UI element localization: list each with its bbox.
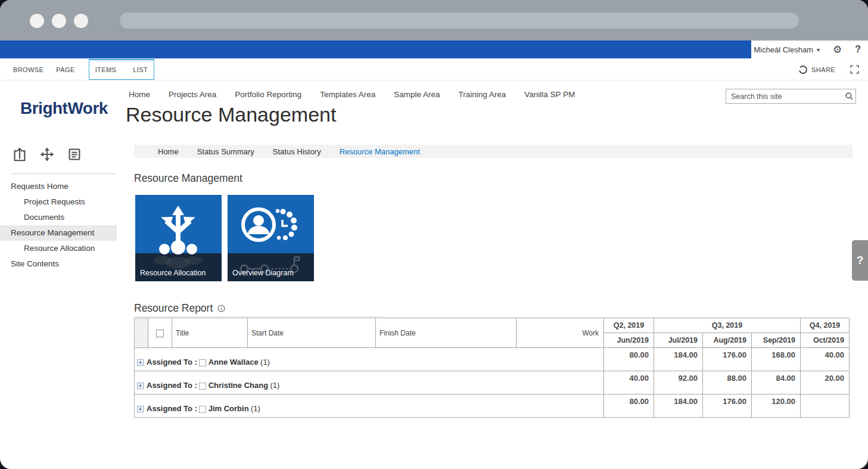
tile-resource-allocation[interactable]: Resource Allocation [135, 195, 222, 281]
expand-group-icon[interactable]: + [137, 359, 144, 366]
tab-list[interactable]: LIST [133, 66, 148, 73]
nav-sample-area[interactable]: Sample Area [394, 90, 440, 99]
search-input[interactable] [726, 92, 842, 101]
assignee-name[interactable]: Anne Wallace [209, 358, 259, 366]
tab-page[interactable]: PAGE [56, 66, 87, 73]
subnav-home[interactable]: Home [158, 147, 179, 156]
window-control-icon[interactable] [74, 14, 88, 28]
group-count: (1) [270, 381, 279, 390]
site-search [726, 89, 856, 104]
url-bar[interactable] [120, 13, 799, 29]
sidebar-quick-actions [10, 144, 85, 164]
tile-label: Resource Allocation [140, 269, 206, 277]
sidebar-item-resource-allocation[interactable]: Resource Allocation [0, 241, 125, 256]
browser-chrome [0, 0, 868, 41]
group-prefix: Assigned To : [147, 381, 197, 390]
work-value [801, 395, 850, 418]
section-tabs: Home Status Summary Status History Resou… [134, 145, 853, 158]
user-menu[interactable]: Micheál Clesham ▾ [754, 45, 820, 54]
sidebar-item-site-contents[interactable]: Site Contents [0, 256, 125, 272]
month-header: Jul/2019 [654, 333, 703, 348]
tile-overview-diagram[interactable]: Overview Diagram [228, 195, 314, 281]
search-icon[interactable] [842, 92, 855, 101]
list-view-icon[interactable] [64, 144, 85, 164]
row-checkbox[interactable] [199, 383, 206, 390]
table-row: +Assigned To : Anne Wallace (1) 80.00 18… [135, 348, 850, 371]
work-value: 84.00 [752, 371, 801, 395]
window-control-icon[interactable] [52, 14, 66, 28]
work-value: 80.00 [604, 348, 654, 371]
group-prefix: Assigned To : [147, 404, 197, 413]
suite-bar-blue-strip [0, 41, 751, 58]
group-count: (1) [251, 404, 260, 413]
group-count: (1) [260, 358, 270, 366]
report-underline [134, 316, 384, 317]
info-icon[interactable] [217, 304, 226, 313]
work-value: 20.00 [801, 371, 850, 395]
quarter-header-q2: Q2, 2019 [604, 318, 654, 333]
sidebar-divider [11, 173, 116, 174]
brightwork-logo[interactable]: BrightWork [20, 99, 108, 118]
expand-group-icon[interactable]: + [137, 406, 144, 412]
nav-home[interactable]: Home [129, 90, 150, 99]
sidebar-item-resource-management[interactable]: Resource Management [0, 225, 117, 241]
work-value: 92.00 [654, 371, 703, 395]
work-value: 184.00 [654, 348, 703, 371]
row-checkbox[interactable] [199, 406, 206, 413]
resource-report-table: Title Start Date Finish Date Work Q2, 20… [134, 318, 850, 418]
column-header-work[interactable]: Work [517, 318, 604, 348]
sidebar-item-documents[interactable]: Documents [0, 210, 125, 225]
work-value: 120.00 [752, 395, 801, 418]
month-header: Sep/2019 [752, 333, 801, 348]
work-value: 168.00 [752, 348, 801, 371]
column-header-start-date[interactable]: Start Date [248, 318, 376, 348]
nav-projects-area[interactable]: Projects Area [169, 90, 216, 99]
work-value: 176.00 [703, 395, 752, 418]
nav-training-area[interactable]: Training Area [458, 90, 506, 99]
subnav-resource-management[interactable]: Resource Management [340, 147, 420, 156]
help-icon[interactable]: ? [855, 44, 861, 55]
assignee-name[interactable]: Jim Corbin [209, 404, 249, 413]
column-header-finish-date[interactable]: Finish Date [376, 318, 517, 348]
tile-label: Overview Diagram [232, 269, 294, 277]
work-value: 184.00 [654, 395, 703, 418]
work-value: 40.00 [604, 371, 654, 395]
nav-templates-area[interactable]: Templates Area [320, 90, 375, 99]
nav-vanilla-sp-pm[interactable]: Vanilla SP PM [524, 90, 575, 99]
month-header: Aug/2019 [703, 333, 752, 348]
page-title: Resource Management [126, 103, 336, 126]
sidebar-item-project-requests[interactable]: Project Requests [0, 194, 125, 210]
user-name: Micheál Clesham [754, 45, 813, 54]
gear-icon[interactable]: ⚙ [833, 45, 842, 55]
work-value: 88.00 [703, 371, 752, 395]
focus-mode-icon[interactable] [850, 64, 860, 74]
subnav-status-summary[interactable]: Status Summary [197, 147, 254, 156]
assignee-name[interactable]: Christine Chang [209, 381, 268, 390]
work-value: 80.00 [604, 395, 654, 418]
help-side-tab[interactable]: ? [852, 240, 868, 281]
sidebar-navigation: Requests Home Project Requests Documents… [0, 179, 125, 272]
export-icon[interactable] [10, 144, 30, 164]
move-icon[interactable] [37, 144, 57, 164]
table-row: +Assigned To : Christine Chang (1) 40.00… [135, 371, 850, 395]
select-all-checkbox[interactable] [156, 330, 164, 337]
select-all-column-header [148, 318, 172, 348]
window-control-icon[interactable] [30, 14, 44, 28]
report-title: Resource Report [134, 302, 213, 315]
row-checkbox[interactable] [199, 359, 206, 366]
nav-portfolio-reporting[interactable]: Portfolio Reporting [235, 90, 301, 99]
subnav-status-history[interactable]: Status History [273, 147, 321, 156]
share-icon [798, 65, 808, 74]
tab-browse[interactable]: BROWSE [13, 66, 56, 73]
quarter-header-q4: Q4, 2019 [801, 318, 850, 333]
sidebar-item-requests-home[interactable]: Requests Home [0, 179, 125, 194]
tab-items[interactable]: ITEMS [95, 66, 117, 73]
expand-all-column-header[interactable] [135, 318, 148, 348]
expand-group-icon[interactable]: + [137, 383, 144, 389]
group-prefix: Assigned To : [147, 358, 197, 366]
suite-bar: Micheál Clesham ▾ ⚙ ? [0, 41, 868, 58]
column-header-title[interactable]: Title [172, 318, 248, 348]
month-header: Oct/2019 [801, 333, 850, 348]
share-button[interactable]: SHARE [798, 65, 835, 74]
work-value: 176.00 [703, 348, 752, 371]
